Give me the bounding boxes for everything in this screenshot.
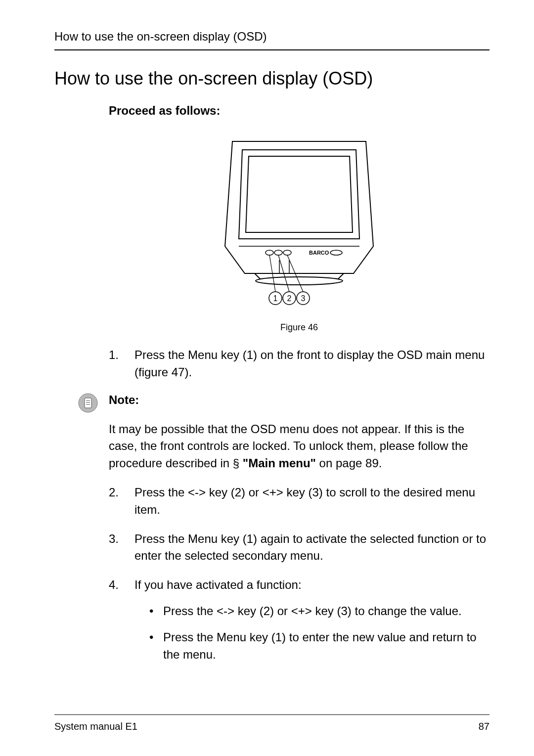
footer-page-number: 87 [479,721,490,732]
svg-point-1 [266,250,273,255]
page: How to use the on-screen display (OSD) H… [0,0,534,756]
bullet-text: Press the Menu key (1) to enter the new … [163,629,490,664]
step-4-bullet-1: • Press the <-> key (2) or <+> key (3) t… [134,603,490,620]
page-footer: System manual E1 87 [54,714,490,732]
step-4-bullet-2: • Press the Menu key (1) to enter the ne… [134,629,490,664]
page-title: How to use the on-screen display (OSD) [54,68,490,89]
svg-rect-15 [85,398,91,408]
bullet-text: Press the <-> key (2) or <+> key (3) to … [163,603,462,620]
svg-point-2 [274,250,282,255]
note-label: Note: [109,393,139,407]
step-2: 2. Press the <-> key (2) or <+> key (3) … [109,484,490,519]
note-text-bold: "Main menu" [243,456,316,470]
note-paragraph: It may be possible that the OSD menu doe… [109,421,490,472]
step-4-intro: If you have activated a function: [134,577,490,594]
running-head: How to use the on-screen display (OSD) [54,30,490,50]
note-block: Note: [78,393,490,413]
bullet-dot: • [149,603,156,620]
step-3: 3. Press the Menu key (1) again to activ… [109,531,490,565]
callout-2: 2 [287,294,292,303]
svg-point-4 [330,250,342,255]
svg-point-3 [283,250,291,255]
figure-caption: Figure 46 [109,322,490,333]
step-1: 1. Press the Menu key (1) on the front t… [109,347,490,381]
step-number: 4. [109,577,122,672]
monitor-illustration: BARCO 1 2 3 [205,133,393,311]
bullet-dot: • [149,629,156,664]
brand-label: BARCO [309,250,329,256]
note-text-b: on page 89. [316,456,382,470]
callout-3: 3 [301,294,306,303]
step-number: 1. [109,347,122,381]
note-icon [78,393,98,413]
step-number: 3. [109,531,122,565]
step-text: Press the Menu key (1) again to activate… [134,531,490,565]
figure-46: BARCO 1 2 3 Figure [109,133,490,333]
proceed-heading: Proceed as follows: [109,104,490,118]
step-text: If you have activated a function: • Pres… [134,577,490,672]
step-number: 2. [109,484,122,519]
step-4: 4. If you have activated a function: • P… [109,577,490,672]
step-text: Press the Menu key (1) on the front to d… [134,347,490,381]
step-text: Press the <-> key (2) or <+> key (3) to … [134,484,490,519]
callout-1: 1 [273,294,278,303]
footer-left: System manual E1 [54,721,137,732]
content-block: Proceed as follows: BARCO [54,104,490,672]
svg-point-5 [256,277,343,285]
